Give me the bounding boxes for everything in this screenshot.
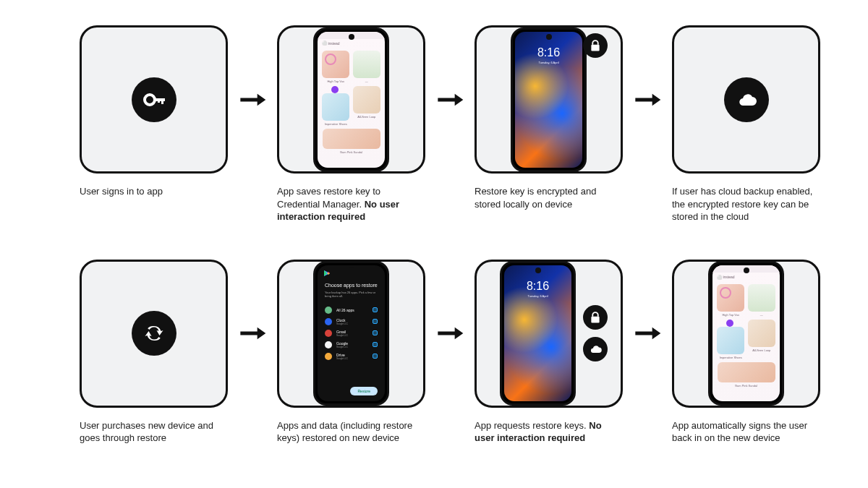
tile-app-phone: ⚪ instead High Top Vux — Imperative Shoe… <box>672 260 820 408</box>
lock-icon <box>583 33 608 58</box>
cloud-icon <box>724 77 769 122</box>
restore-app-row: GmailGoogle LLC <box>325 328 378 339</box>
caption: User purchases new device and goes throu… <box>80 419 228 445</box>
app-title: instead <box>723 275 734 279</box>
arrow-icon <box>237 25 268 174</box>
phone-mockup: 8:16 Tuesday, 6 April <box>511 27 587 172</box>
phone-mockup: Choose apps to restore Your backup has 2… <box>313 261 389 406</box>
cloud-icon <box>583 337 608 361</box>
caption: Restore key is encrypted and stored loca… <box>475 185 623 210</box>
arrow-icon <box>237 260 268 408</box>
step-save-key: ⚪ instead High Top Vux — Imperative Shoe… <box>277 25 425 223</box>
lock-time: 8:16 <box>537 46 560 59</box>
phone-mockup: 8:16 Tuesday, 6 April <box>500 261 576 406</box>
phone-mockup: ⚪ instead High Top Vux — Imperative Shoe… <box>313 27 389 172</box>
caption: If user has cloud backup enabled, the en… <box>672 185 820 223</box>
restore-app-row: ClockGoogle LLC <box>325 316 378 328</box>
step-encrypt-local: 8:16 Tuesday, 6 April Restore key is enc… <box>475 25 623 210</box>
caption: User signs in to app <box>80 185 228 198</box>
arrow-icon <box>434 25 466 174</box>
step-auto-signin: ⚪ instead High Top Vux — Imperative Shoe… <box>672 260 820 445</box>
flow-row-2: User purchases new device and goes throu… <box>80 260 803 445</box>
app-title: instead <box>328 41 339 46</box>
step-signin: User signs in to app <box>80 25 228 198</box>
restore-app-row: DriveGoogle LLC <box>325 351 378 362</box>
phone-mockup: ⚪ instead High Top Vux — Imperative Shoe… <box>708 261 784 406</box>
tile-cloud <box>672 25 820 174</box>
arrow-icon <box>434 260 466 408</box>
restore-button: Restore <box>350 387 378 395</box>
arrow-icon <box>631 260 663 408</box>
tile-sync <box>80 260 228 408</box>
lock-date: Tuesday, 6 April <box>527 294 548 298</box>
caption: Apps and data (including restore keys) r… <box>277 419 425 445</box>
step-cloud-backup: If user has cloud backup enabled, the en… <box>672 25 820 223</box>
tile-restore-screen: Choose apps to restore Your backup has 2… <box>277 260 425 408</box>
sync-icon <box>132 311 176 356</box>
play-store-icon <box>323 270 331 277</box>
all-apps-row: All 26 apps <box>325 304 378 316</box>
caption: App automatically signs the user back in… <box>672 419 820 445</box>
restore-title: Choose apps to restore <box>325 283 378 288</box>
caption: App saves restore key to Credential Mana… <box>277 185 425 223</box>
lock-icon <box>583 305 608 330</box>
tile-app-phone: ⚪ instead High Top Vux — Imperative Shoe… <box>277 25 425 174</box>
key-icon <box>132 77 176 122</box>
step-request-keys: 8:16 Tuesday, 6 April App requests resto… <box>475 260 623 445</box>
step-restore-apps: Choose apps to restore Your backup has 2… <box>277 260 425 445</box>
flow-row-1: User signs in to app ⚪ instead High Top … <box>80 25 803 223</box>
arrow-icon <box>631 25 663 174</box>
lock-date: Tuesday, 6 April <box>538 61 558 64</box>
step-new-device: User purchases new device and goes throu… <box>80 260 228 445</box>
tile-lockscreen: 8:16 Tuesday, 6 April <box>475 25 623 174</box>
tile-lockscreen-badges: 8:16 Tuesday, 6 April <box>475 260 623 408</box>
restore-subtitle: Your backup has 26 apps. Pick a few or b… <box>325 291 378 298</box>
lock-time: 8:16 <box>527 280 549 293</box>
caption: App requests restore keys. No user inter… <box>475 419 623 445</box>
tile-key <box>80 25 228 174</box>
restore-app-row: GoogleGoogle LLC <box>325 339 378 351</box>
